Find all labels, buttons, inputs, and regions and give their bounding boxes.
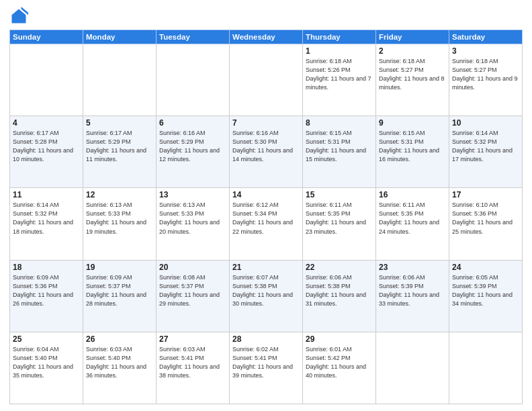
- weekday-header-saturday: Saturday: [449, 30, 523, 44]
- day-info: Sunrise: 6:06 AM Sunset: 5:38 PM Dayligh…: [306, 273, 373, 308]
- calendar-cell: 7Sunrise: 6:16 AM Sunset: 5:30 PM Daylig…: [230, 116, 303, 188]
- calendar-week-2: 4Sunrise: 6:17 AM Sunset: 5:28 PM Daylig…: [10, 116, 523, 188]
- calendar-cell: 14Sunrise: 6:12 AM Sunset: 5:34 PM Dayli…: [230, 188, 303, 260]
- day-number: 25: [13, 334, 80, 344]
- calendar-cell: 12Sunrise: 6:13 AM Sunset: 5:33 PM Dayli…: [83, 188, 157, 260]
- calendar-cell: 13Sunrise: 6:13 AM Sunset: 5:33 PM Dayli…: [157, 188, 230, 260]
- calendar-cell: 19Sunrise: 6:09 AM Sunset: 5:37 PM Dayli…: [83, 260, 157, 332]
- calendar-cell: 17Sunrise: 6:10 AM Sunset: 5:36 PM Dayli…: [449, 188, 523, 260]
- calendar-cell: [230, 44, 303, 116]
- day-info: Sunrise: 6:15 AM Sunset: 5:31 PM Dayligh…: [306, 129, 373, 164]
- calendar-cell: 2Sunrise: 6:18 AM Sunset: 5:27 PM Daylig…: [376, 44, 449, 116]
- calendar-week-3: 11Sunrise: 6:14 AM Sunset: 5:32 PM Dayli…: [10, 188, 523, 260]
- day-number: 8: [306, 118, 373, 128]
- day-number: 13: [159, 190, 226, 199]
- calendar-cell: 6Sunrise: 6:16 AM Sunset: 5:29 PM Daylig…: [157, 116, 230, 188]
- day-number: 27: [159, 334, 226, 344]
- day-info: Sunrise: 6:16 AM Sunset: 5:30 PM Dayligh…: [232, 129, 300, 164]
- day-info: Sunrise: 6:09 AM Sunset: 5:36 PM Dayligh…: [13, 273, 80, 308]
- day-info: Sunrise: 6:03 AM Sunset: 5:41 PM Dayligh…: [159, 345, 226, 380]
- day-info: Sunrise: 6:11 AM Sunset: 5:35 PM Dayligh…: [379, 201, 446, 236]
- day-number: 26: [86, 334, 153, 344]
- day-number: 11: [13, 190, 80, 199]
- calendar-cell: 9Sunrise: 6:15 AM Sunset: 5:31 PM Daylig…: [376, 116, 449, 188]
- calendar-cell: 28Sunrise: 6:02 AM Sunset: 5:41 PM Dayli…: [230, 332, 303, 404]
- day-number: 12: [86, 190, 153, 199]
- calendar-cell: 26Sunrise: 6:03 AM Sunset: 5:40 PM Dayli…: [83, 332, 157, 404]
- calendar-cell: 15Sunrise: 6:11 AM Sunset: 5:35 PM Dayli…: [303, 188, 376, 260]
- calendar-cell: 10Sunrise: 6:14 AM Sunset: 5:32 PM Dayli…: [449, 116, 523, 188]
- day-number: 19: [86, 263, 153, 272]
- day-info: Sunrise: 6:05 AM Sunset: 5:39 PM Dayligh…: [452, 273, 519, 308]
- day-info: Sunrise: 6:12 AM Sunset: 5:34 PM Dayligh…: [232, 201, 300, 236]
- calendar-cell: 4Sunrise: 6:17 AM Sunset: 5:28 PM Daylig…: [10, 116, 83, 188]
- calendar-table: SundayMondayTuesdayWednesdayThursdayFrid…: [9, 30, 523, 404]
- day-info: Sunrise: 6:01 AM Sunset: 5:42 PM Dayligh…: [306, 345, 373, 380]
- day-info: Sunrise: 6:18 AM Sunset: 5:27 PM Dayligh…: [452, 57, 519, 92]
- weekday-header-row: SundayMondayTuesdayWednesdayThursdayFrid…: [10, 30, 523, 44]
- calendar-cell: 11Sunrise: 6:14 AM Sunset: 5:32 PM Dayli…: [10, 188, 83, 260]
- header: [9, 7, 523, 26]
- day-info: Sunrise: 6:04 AM Sunset: 5:40 PM Dayligh…: [13, 345, 80, 380]
- day-number: 2: [379, 46, 446, 56]
- day-info: Sunrise: 6:18 AM Sunset: 5:26 PM Dayligh…: [306, 57, 373, 92]
- day-info: Sunrise: 6:13 AM Sunset: 5:33 PM Dayligh…: [86, 201, 153, 236]
- day-number: 21: [232, 263, 300, 272]
- day-info: Sunrise: 6:14 AM Sunset: 5:32 PM Dayligh…: [13, 201, 80, 236]
- weekday-header-friday: Friday: [376, 30, 449, 44]
- calendar-cell: 21Sunrise: 6:07 AM Sunset: 5:38 PM Dayli…: [230, 260, 303, 332]
- day-info: Sunrise: 6:17 AM Sunset: 5:28 PM Dayligh…: [13, 129, 80, 164]
- calendar-cell: 5Sunrise: 6:17 AM Sunset: 5:29 PM Daylig…: [83, 116, 157, 188]
- day-number: 6: [159, 118, 226, 128]
- day-info: Sunrise: 6:09 AM Sunset: 5:37 PM Dayligh…: [86, 273, 153, 308]
- calendar-cell: [376, 332, 449, 404]
- calendar-cell: 29Sunrise: 6:01 AM Sunset: 5:42 PM Dayli…: [303, 332, 376, 404]
- day-info: Sunrise: 6:02 AM Sunset: 5:41 PM Dayligh…: [232, 345, 300, 380]
- day-number: 5: [86, 118, 153, 128]
- day-number: 3: [452, 46, 519, 56]
- calendar-cell: 3Sunrise: 6:18 AM Sunset: 5:27 PM Daylig…: [449, 44, 523, 116]
- day-number: 17: [452, 190, 519, 199]
- day-info: Sunrise: 6:10 AM Sunset: 5:36 PM Dayligh…: [452, 201, 519, 236]
- day-number: 4: [13, 118, 80, 128]
- day-info: Sunrise: 6:14 AM Sunset: 5:32 PM Dayligh…: [452, 129, 519, 164]
- calendar-cell: 23Sunrise: 6:06 AM Sunset: 5:39 PM Dayli…: [376, 260, 449, 332]
- calendar-cell: [449, 332, 523, 404]
- page: SundayMondayTuesdayWednesdayThursdayFrid…: [0, 0, 532, 411]
- day-info: Sunrise: 6:03 AM Sunset: 5:40 PM Dayligh…: [86, 345, 153, 380]
- day-info: Sunrise: 6:16 AM Sunset: 5:29 PM Dayligh…: [159, 129, 226, 164]
- weekday-header-monday: Monday: [83, 30, 157, 44]
- day-info: Sunrise: 6:17 AM Sunset: 5:29 PM Dayligh…: [86, 129, 153, 164]
- day-number: 24: [452, 263, 519, 272]
- day-info: Sunrise: 6:07 AM Sunset: 5:38 PM Dayligh…: [232, 273, 300, 308]
- day-number: 28: [232, 334, 300, 344]
- calendar-week-4: 18Sunrise: 6:09 AM Sunset: 5:36 PM Dayli…: [10, 260, 523, 332]
- calendar-cell: 8Sunrise: 6:15 AM Sunset: 5:31 PM Daylig…: [303, 116, 376, 188]
- calendar-cell: [83, 44, 157, 116]
- calendar-cell: 22Sunrise: 6:06 AM Sunset: 5:38 PM Dayli…: [303, 260, 376, 332]
- calendar-cell: 16Sunrise: 6:11 AM Sunset: 5:35 PM Dayli…: [376, 188, 449, 260]
- day-info: Sunrise: 6:15 AM Sunset: 5:31 PM Dayligh…: [379, 129, 446, 164]
- weekday-header-tuesday: Tuesday: [157, 30, 230, 44]
- day-number: 20: [159, 263, 226, 272]
- day-info: Sunrise: 6:06 AM Sunset: 5:39 PM Dayligh…: [379, 273, 446, 308]
- day-number: 15: [306, 190, 373, 199]
- day-number: 18: [13, 263, 80, 272]
- calendar-cell: 20Sunrise: 6:08 AM Sunset: 5:37 PM Dayli…: [157, 260, 230, 332]
- day-number: 14: [232, 190, 300, 199]
- weekday-header-wednesday: Wednesday: [230, 30, 303, 44]
- day-number: 29: [306, 334, 373, 344]
- day-info: Sunrise: 6:18 AM Sunset: 5:27 PM Dayligh…: [379, 57, 446, 92]
- day-number: 7: [232, 118, 300, 128]
- calendar-cell: 1Sunrise: 6:18 AM Sunset: 5:26 PM Daylig…: [303, 44, 376, 116]
- calendar-cell: 24Sunrise: 6:05 AM Sunset: 5:39 PM Dayli…: [449, 260, 523, 332]
- calendar-cell: 18Sunrise: 6:09 AM Sunset: 5:36 PM Dayli…: [10, 260, 83, 332]
- day-number: 22: [306, 263, 373, 272]
- logo: [9, 7, 31, 26]
- calendar-cell: 25Sunrise: 6:04 AM Sunset: 5:40 PM Dayli…: [10, 332, 83, 404]
- weekday-header-sunday: Sunday: [10, 30, 83, 44]
- day-info: Sunrise: 6:11 AM Sunset: 5:35 PM Dayligh…: [306, 201, 373, 236]
- calendar-cell: 27Sunrise: 6:03 AM Sunset: 5:41 PM Dayli…: [157, 332, 230, 404]
- logo-icon: [9, 7, 28, 26]
- day-number: 1: [306, 46, 373, 56]
